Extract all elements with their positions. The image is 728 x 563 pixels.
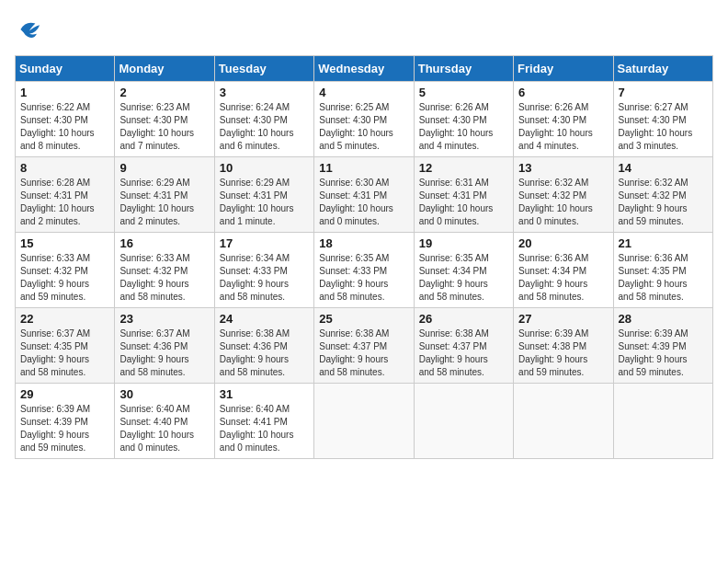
day-number: 21 [619,236,708,250]
day-number: 2 [119,86,209,99]
day-info: Sunrise: 6:29 AM Sunset: 4:31 PM Dayligh… [119,177,209,228]
calendar-cell [414,384,513,459]
day-info: Sunrise: 6:29 AM Sunset: 4:31 PM Dayligh… [220,177,309,228]
calendar-cell: 8Sunrise: 6:28 AM Sunset: 4:31 PM Daylig… [16,157,115,233]
calendar-cell: 31Sunrise: 6:40 AM Sunset: 4:41 PM Dayli… [214,384,313,459]
calendar-cell: 6Sunrise: 6:26 AM Sunset: 4:30 PM Daylig… [514,82,613,157]
day-info: Sunrise: 6:39 AM Sunset: 4:39 PM Dayligh… [20,403,109,454]
day-number: 15 [20,236,109,250]
weekday-header-saturday: Saturday [613,56,712,82]
calendar-cell: 27Sunrise: 6:39 AM Sunset: 4:38 PM Dayli… [514,308,613,384]
calendar-cell: 14Sunrise: 6:32 AM Sunset: 4:32 PM Dayli… [613,157,712,233]
day-number: 20 [518,236,608,250]
day-info: Sunrise: 6:33 AM Sunset: 4:32 PM Dayligh… [20,252,109,304]
day-info: Sunrise: 6:23 AM Sunset: 4:30 PM Dayligh… [119,101,209,153]
day-number: 5 [419,86,508,99]
calendar-cell: 11Sunrise: 6:30 AM Sunset: 4:31 PM Dayli… [314,157,414,233]
day-number: 22 [20,312,109,326]
day-info: Sunrise: 6:30 AM Sunset: 4:31 PM Dayligh… [319,177,408,228]
day-info: Sunrise: 6:38 AM Sunset: 4:37 PM Dayligh… [319,327,408,379]
calendar-table: SundayMondayTuesdayWednesdayThursdayFrid… [15,55,713,459]
weekday-header-monday: Monday [115,56,214,82]
day-number: 26 [419,312,508,326]
calendar-week-row: 1Sunrise: 6:22 AM Sunset: 4:30 PM Daylig… [16,82,713,157]
day-info: Sunrise: 6:36 AM Sunset: 4:35 PM Dayligh… [619,252,708,304]
day-number: 23 [119,312,209,326]
day-info: Sunrise: 6:27 AM Sunset: 4:30 PM Dayligh… [619,101,708,153]
weekday-header-friday: Friday [514,56,613,82]
day-info: Sunrise: 6:28 AM Sunset: 4:31 PM Dayligh… [20,177,109,228]
calendar-cell: 29Sunrise: 6:39 AM Sunset: 4:39 PM Dayli… [16,384,115,459]
day-number: 8 [20,161,109,175]
day-number: 25 [319,312,408,326]
calendar-cell [613,384,712,459]
calendar-week-row: 8Sunrise: 6:28 AM Sunset: 4:31 PM Daylig… [16,157,713,233]
weekday-header-sunday: Sunday [16,56,115,82]
day-info: Sunrise: 6:38 AM Sunset: 4:36 PM Dayligh… [220,327,309,379]
calendar-cell: 4Sunrise: 6:25 AM Sunset: 4:30 PM Daylig… [314,82,414,157]
day-number: 1 [20,86,109,99]
day-info: Sunrise: 6:35 AM Sunset: 4:34 PM Dayligh… [419,252,508,304]
day-info: Sunrise: 6:33 AM Sunset: 4:32 PM Dayligh… [119,252,209,304]
day-number: 12 [419,161,508,175]
day-number: 4 [319,86,408,99]
calendar-cell: 15Sunrise: 6:33 AM Sunset: 4:32 PM Dayli… [16,233,115,308]
calendar-cell: 28Sunrise: 6:39 AM Sunset: 4:39 PM Dayli… [613,308,712,384]
calendar-cell: 19Sunrise: 6:35 AM Sunset: 4:34 PM Dayli… [414,233,513,308]
calendar-cell: 24Sunrise: 6:38 AM Sunset: 4:36 PM Dayli… [214,308,313,384]
calendar-cell: 10Sunrise: 6:29 AM Sunset: 4:31 PM Dayli… [214,157,313,233]
logo-icon [15,15,44,44]
calendar-cell: 16Sunrise: 6:33 AM Sunset: 4:32 PM Dayli… [115,233,214,308]
day-info: Sunrise: 6:35 AM Sunset: 4:33 PM Dayligh… [319,252,408,304]
day-number: 29 [20,387,109,401]
day-number: 6 [518,86,608,99]
day-number: 28 [619,312,708,326]
calendar-cell: 2Sunrise: 6:23 AM Sunset: 4:30 PM Daylig… [115,82,214,157]
day-number: 13 [518,161,608,175]
calendar-cell: 25Sunrise: 6:38 AM Sunset: 4:37 PM Dayli… [314,308,414,384]
calendar-header-row: SundayMondayTuesdayWednesdayThursdayFrid… [16,56,713,82]
day-info: Sunrise: 6:26 AM Sunset: 4:30 PM Dayligh… [419,101,508,153]
day-info: Sunrise: 6:25 AM Sunset: 4:30 PM Dayligh… [319,101,408,153]
day-number: 14 [619,161,708,175]
day-number: 30 [119,387,209,401]
calendar-cell: 20Sunrise: 6:36 AM Sunset: 4:34 PM Dayli… [514,233,613,308]
day-number: 19 [419,236,508,250]
calendar-cell: 13Sunrise: 6:32 AM Sunset: 4:32 PM Dayli… [514,157,613,233]
day-number: 27 [518,312,608,326]
day-number: 16 [119,236,209,250]
calendar-week-row: 29Sunrise: 6:39 AM Sunset: 4:39 PM Dayli… [16,384,713,459]
day-info: Sunrise: 6:22 AM Sunset: 4:30 PM Dayligh… [20,101,109,153]
calendar-week-row: 15Sunrise: 6:33 AM Sunset: 4:32 PM Dayli… [16,233,713,308]
day-number: 11 [319,161,408,175]
day-info: Sunrise: 6:38 AM Sunset: 4:37 PM Dayligh… [419,327,508,379]
logo [15,15,48,44]
calendar-cell: 18Sunrise: 6:35 AM Sunset: 4:33 PM Dayli… [314,233,414,308]
calendar-cell: 21Sunrise: 6:36 AM Sunset: 4:35 PM Dayli… [613,233,712,308]
day-info: Sunrise: 6:26 AM Sunset: 4:30 PM Dayligh… [518,101,608,153]
weekday-header-thursday: Thursday [414,56,513,82]
day-number: 31 [220,387,309,401]
day-info: Sunrise: 6:32 AM Sunset: 4:32 PM Dayligh… [518,177,608,228]
day-number: 24 [220,312,309,326]
day-number: 10 [220,161,309,175]
calendar-cell: 30Sunrise: 6:40 AM Sunset: 4:40 PM Dayli… [115,384,214,459]
calendar-cell: 1Sunrise: 6:22 AM Sunset: 4:30 PM Daylig… [16,82,115,157]
calendar-cell: 7Sunrise: 6:27 AM Sunset: 4:30 PM Daylig… [613,82,712,157]
day-info: Sunrise: 6:40 AM Sunset: 4:40 PM Dayligh… [119,403,209,454]
calendar-cell: 3Sunrise: 6:24 AM Sunset: 4:30 PM Daylig… [214,82,313,157]
day-number: 17 [220,236,309,250]
day-info: Sunrise: 6:39 AM Sunset: 4:38 PM Dayligh… [518,327,608,379]
calendar-cell: 12Sunrise: 6:31 AM Sunset: 4:31 PM Dayli… [414,157,513,233]
day-number: 7 [619,86,708,99]
day-number: 9 [119,161,209,175]
day-info: Sunrise: 6:32 AM Sunset: 4:32 PM Dayligh… [619,177,708,228]
day-info: Sunrise: 6:24 AM Sunset: 4:30 PM Dayligh… [220,101,309,153]
day-number: 18 [319,236,408,250]
day-info: Sunrise: 6:36 AM Sunset: 4:34 PM Dayligh… [518,252,608,304]
day-info: Sunrise: 6:39 AM Sunset: 4:39 PM Dayligh… [619,327,708,379]
calendar-cell: 22Sunrise: 6:37 AM Sunset: 4:35 PM Dayli… [16,308,115,384]
page-header [15,15,713,44]
day-info: Sunrise: 6:37 AM Sunset: 4:36 PM Dayligh… [119,327,209,379]
day-number: 3 [220,86,309,99]
